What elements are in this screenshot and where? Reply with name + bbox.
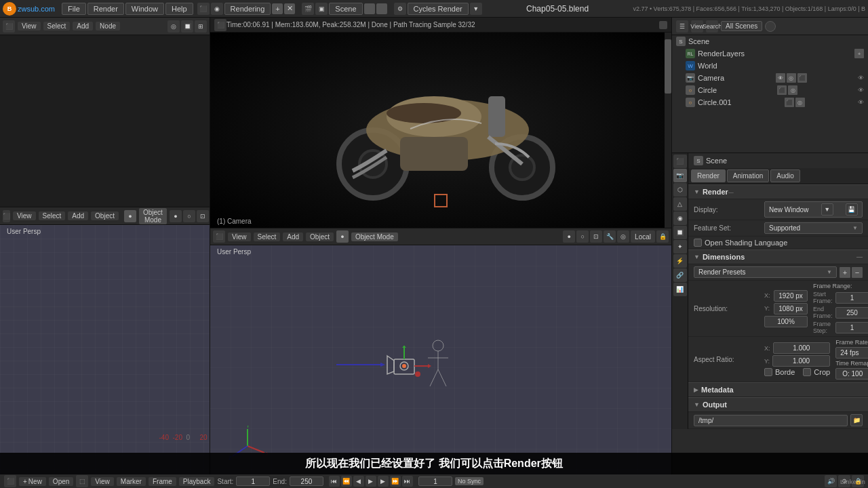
timeline-frame-btn[interactable]: Frame: [149, 477, 176, 486]
prop-icon-constraints[interactable]: 🔗: [673, 268, 687, 282]
prev-frame-btn[interactable]: ◀: [353, 476, 364, 487]
render-menu[interactable]: Render: [87, 3, 124, 15]
camera-btn2[interactable]: ◎: [787, 73, 796, 83]
scene-close-btn[interactable]: [376, 3, 387, 14]
circle001-btn2[interactable]: ◎: [795, 98, 805, 107]
presets-add[interactable]: +: [840, 267, 850, 278]
engine-icon[interactable]: ⚙: [394, 3, 406, 15]
outliner-circle[interactable]: ○ Circle ⬛ ◎ 👁: [672, 84, 868, 96]
metadata-section-header[interactable]: ▶ Metadata: [688, 382, 868, 397]
prop-icon-scene[interactable]: ⬛: [673, 155, 687, 168]
end-value[interactable]: 250: [290, 476, 323, 486]
center-shading1[interactable]: ●: [563, 230, 575, 243]
dimensions-collapse[interactable]: —: [856, 253, 863, 260]
window-menu[interactable]: Window: [125, 3, 164, 15]
prop-icon-texture[interactable]: 🔲: [673, 226, 687, 239]
view3d-icon[interactable]: 🎬: [302, 3, 314, 15]
renderer-dropdown[interactable]: ▼: [470, 3, 482, 15]
prop-icon-object[interactable]: ⬡: [673, 183, 687, 197]
center-mode-icon[interactable]: ●: [336, 230, 349, 243]
file-menu[interactable]: File: [62, 3, 86, 15]
output-section-header[interactable]: ▼ Output: [688, 397, 868, 412]
display-dropdown[interactable]: New Window ▼ 💾: [764, 201, 863, 218]
node-view-icon[interactable]: 🔲: [181, 20, 193, 33]
close-workspace-btn[interactable]: ✕: [284, 3, 295, 14]
presets-dropdown[interactable]: Render Presets ▼: [694, 266, 837, 278]
circle001-btn1[interactable]: ⬛: [785, 98, 794, 107]
mode-icon[interactable]: ▣: [315, 3, 328, 15]
left-shading3[interactable]: ⊡: [197, 210, 209, 222]
renderlayers-add[interactable]: +: [854, 49, 864, 58]
prop-icon-mesh[interactable]: △: [673, 197, 687, 211]
end-frame[interactable]: 250: [835, 307, 868, 319]
timeline-marker-btn[interactable]: Marker: [117, 477, 146, 486]
tab-audio[interactable]: Audio: [770, 169, 800, 182]
prop-icon-material[interactable]: ◉: [673, 211, 687, 225]
output-path[interactable]: /tmp/: [694, 415, 848, 426]
jump-end-btn[interactable]: ⏭: [402, 476, 413, 487]
render-scrollbar-v[interactable]: [665, 33, 671, 228]
left-shading2[interactable]: ○: [183, 210, 195, 222]
layout-icon[interactable]: ⬛: [197, 3, 210, 15]
outliner-circle001[interactable]: ○ Circle.001 ⬛ ◎ 👁: [672, 96, 868, 108]
timeline-view-btn[interactable]: View: [91, 477, 114, 486]
center-shading3[interactable]: ⊡: [590, 230, 602, 243]
scene-btn[interactable]: Scene: [329, 3, 362, 15]
outliner-renderlayers[interactable]: RL RenderLayers +: [672, 47, 868, 60]
start-frame[interactable]: 1: [835, 292, 868, 304]
timeline-icon2[interactable]: ⬚: [76, 475, 88, 487]
next-frame-btn[interactable]: ▶: [378, 476, 389, 487]
all-scenes-btn[interactable]: All Scenes: [721, 21, 762, 31]
render-icon[interactable]: ◉: [211, 3, 223, 15]
renderer-btn[interactable]: Cycles Render: [408, 3, 469, 15]
camera-btn3[interactable]: ⬛: [797, 73, 807, 83]
center-add-btn[interactable]: Add: [283, 232, 303, 241]
center-object-btn[interactable]: Object: [306, 232, 334, 241]
timeline-engine-icon[interactable]: ⬛: [4, 475, 16, 487]
aspect-x[interactable]: 1.000: [773, 342, 831, 354]
o-value[interactable]: O: 100: [835, 368, 868, 380]
audio-icon[interactable]: 🔊: [825, 475, 837, 487]
crop-checkbox[interactable]: [803, 368, 811, 376]
left-add-btn[interactable]: Add: [68, 211, 88, 220]
left-3d-icon[interactable]: ⬛: [3, 210, 10, 222]
node-engine-icon[interactable]: ⬛: [3, 20, 15, 33]
prop-icon-render[interactable]: 📷: [673, 169, 687, 182]
render-view-scroll[interactable]: [659, 21, 667, 29]
center-select-btn[interactable]: Select: [254, 232, 281, 241]
tab-render[interactable]: Render: [691, 169, 726, 182]
center-view-btn[interactable]: View: [228, 232, 251, 241]
frame-step[interactable]: 1: [835, 322, 868, 333]
node-add-btn[interactable]: Add: [73, 22, 93, 30]
framerate-dropdown[interactable]: 24 fps ▼: [835, 347, 868, 359]
display-save-icon[interactable]: 💾: [846, 203, 858, 216]
node-view-btn[interactable]: View: [18, 22, 41, 30]
left-view-btn[interactable]: View: [13, 211, 36, 220]
feature-set-dropdown[interactable]: Supported ▼: [764, 222, 863, 234]
left-objectmode-btn[interactable]: Object Mode: [139, 208, 167, 224]
center-engine-icon[interactable]: ⬛: [213, 230, 225, 243]
osl-checkbox[interactable]: [694, 239, 702, 247]
circle-btn1[interactable]: ⬛: [777, 85, 787, 95]
current-frame[interactable]: 1: [418, 476, 452, 486]
dimensions-section-header[interactable]: ▼ Dimensions —: [688, 249, 868, 264]
left-object-btn[interactable]: Object: [91, 211, 119, 220]
node-node-btn[interactable]: Node: [96, 22, 120, 30]
tab-animation[interactable]: Animation: [727, 169, 769, 182]
prev-key-btn[interactable]: ⏪: [341, 476, 352, 487]
timeline-open-btn[interactable]: Open: [49, 477, 73, 486]
timeline-playback-btn[interactable]: Playback: [179, 477, 215, 486]
outliner-world[interactable]: W World: [672, 60, 868, 72]
center-local-btn[interactable]: Local: [631, 230, 655, 243]
next-key-btn[interactable]: ⏩: [390, 476, 401, 487]
borde-checkbox[interactable]: [764, 368, 772, 376]
presets-remove[interactable]: −: [852, 267, 863, 278]
left-mode-icon[interactable]: ●: [124, 210, 136, 222]
center-local-icon[interactable]: ◎: [617, 230, 629, 243]
node-select-btn[interactable]: Select: [43, 22, 71, 30]
center-shading2[interactable]: ○: [576, 230, 589, 243]
prop-icon-data[interactable]: 📊: [673, 283, 687, 296]
timeline-new-btn[interactable]: +New: [19, 477, 46, 486]
res-percent[interactable]: 100%: [764, 316, 808, 327]
camera-btn1[interactable]: 👁: [776, 73, 785, 83]
